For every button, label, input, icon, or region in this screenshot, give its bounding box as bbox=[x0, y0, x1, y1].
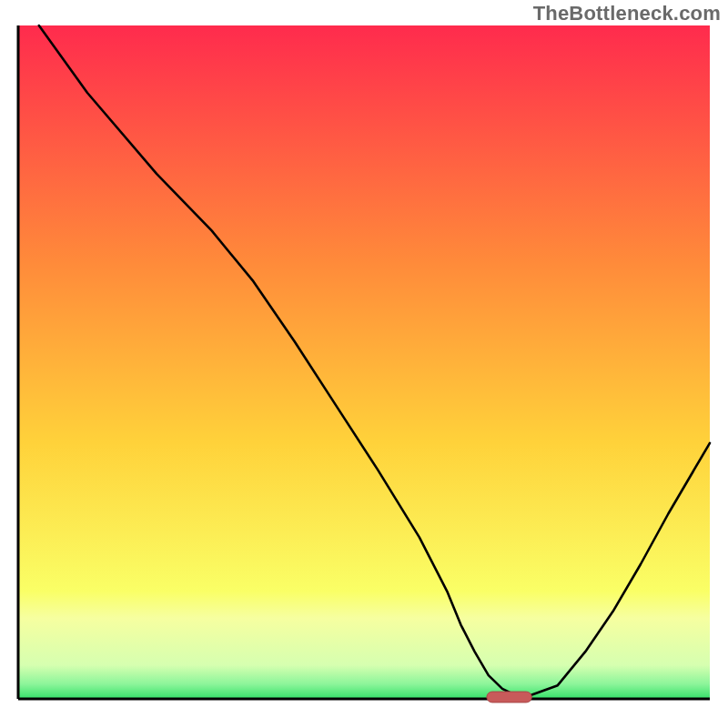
optimum-marker bbox=[487, 692, 531, 703]
chart-frame: TheBottleneck.com bbox=[0, 0, 728, 728]
bottleneck-plot bbox=[0, 0, 728, 728]
plot-background bbox=[18, 25, 710, 699]
